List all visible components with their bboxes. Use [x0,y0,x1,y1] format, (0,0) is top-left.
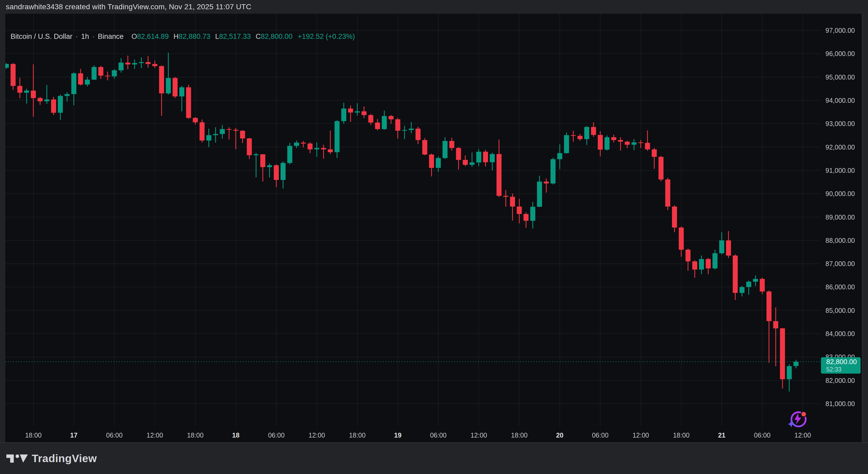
candle [85,77,90,86]
price-tick-label: 84,000.00 [826,330,855,337]
candle-body [152,64,157,66]
candle [463,155,468,166]
candle [631,139,637,150]
ai-notification-dot [801,412,806,416]
time-tick-label: 12:00 [795,432,811,439]
candle [348,106,353,122]
candle-body [625,142,630,145]
candle-body [578,136,583,139]
candle-body [5,64,9,68]
chart-legend[interactable]: Bitcoin / U.S. Dollar · 1h · Binance O82… [10,32,355,41]
candle [598,131,603,156]
time-tick-label: 20 [556,432,563,439]
candle-body [645,143,650,150]
price-scale[interactable]: 97,000.0096,000.0095,000.0094,000.0093,0… [826,27,855,408]
candle-wick [303,141,304,148]
price-tick-label: 91,000.00 [826,167,855,174]
candle [692,260,698,278]
candle [712,250,717,269]
candle [341,103,346,124]
candle-body [254,154,258,155]
candle [645,130,650,151]
candle-body [382,116,387,129]
candle [78,69,83,86]
candlestick-chart[interactable]: 97,000.0096,000.0095,000.0094,000.0093,0… [5,14,863,442]
candle [105,71,110,80]
candle-body [739,287,744,293]
candle [483,150,488,167]
candle-body [631,142,637,145]
candle-body [105,76,110,76]
candle-body [18,86,23,93]
candle [199,119,205,142]
candle-body [146,62,151,64]
candle [429,153,434,177]
interval-label[interactable]: 1h [81,32,89,41]
candle [362,107,367,118]
candle-body [307,144,312,149]
candle-body [166,78,171,93]
candle-body [598,135,603,150]
lightning-bolt-icon [795,413,801,424]
candle-body [706,259,711,268]
close-label: C [256,32,261,40]
candle-body [98,67,103,76]
candle [24,89,29,104]
time-scale[interactable]: 18:001706:0012:0018:001806:0012:0018:001… [25,432,811,439]
candle-body [132,63,137,64]
candle [537,176,542,207]
legend-separator: · [92,32,95,41]
candle-body [193,118,198,122]
candle [469,152,474,167]
candle-body [537,181,542,207]
candlestick-series [5,53,799,391]
time-tick-label: 12:00 [147,432,163,439]
price-tick-label: 96,000.00 [826,50,855,57]
last-price-label[interactable]: 82,800.00 52:33 [821,357,861,374]
candle-body [395,119,400,130]
candle-body [442,141,447,158]
ai-assistant-icon[interactable] [788,408,809,429]
candle [503,190,508,207]
candle [402,126,407,139]
candle [773,307,778,366]
candle [146,56,151,68]
time-tick-label: 12:00 [309,432,325,439]
candle [530,202,535,229]
candle [726,231,731,258]
candle-body [267,165,272,167]
candle-body [490,154,495,162]
price-tick-label: 81,000.00 [826,400,855,408]
candle [739,286,744,296]
candle-body [139,62,144,63]
attribution-bar: sandrawhite3438 created with TradingView… [0,0,868,14]
candle-body [119,63,124,70]
candle-body [767,291,772,321]
candle-body [760,279,765,292]
candle [746,280,751,295]
candle-body [227,129,232,130]
candle [5,63,9,69]
candle-wick [357,103,358,116]
candle-body [685,250,690,261]
price-tick-label: 87,000.00 [826,260,855,267]
high-label: H [174,32,179,40]
candle-body [672,207,677,228]
candle-body [423,140,427,154]
candle-body [456,148,461,160]
price-tick-label: 89,000.00 [826,213,855,221]
candle-body [584,127,589,139]
candle [395,118,400,139]
candle-wick [67,92,67,101]
candle [173,77,178,98]
candle [578,134,583,141]
price-tick-label: 85,000.00 [826,307,855,314]
change-value: +192.52 (+0.23%) [298,32,355,41]
tradingview-logo-icon [6,454,28,463]
symbol-name[interactable]: Bitcoin / U.S. Dollar [10,32,72,41]
chart-panel[interactable]: 97,000.0096,000.0095,000.0094,000.0093,0… [5,14,863,442]
candle [301,141,306,148]
time-tick-label: 06:00 [592,432,609,439]
candle [753,275,758,286]
candle-body [611,137,616,140]
